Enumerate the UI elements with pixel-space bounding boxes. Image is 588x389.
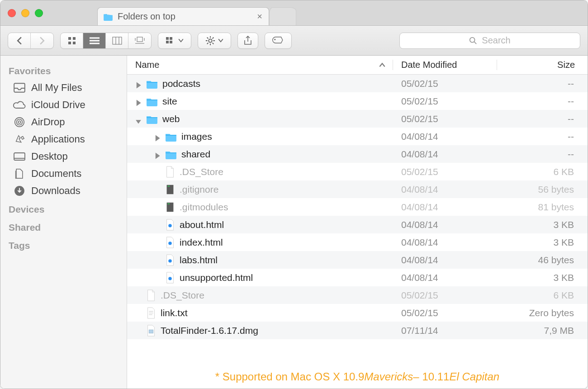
tab-close-icon[interactable]: × <box>257 11 262 22</box>
airdrop-icon <box>13 117 26 128</box>
column-name[interactable]: Name <box>127 60 393 70</box>
view-icons-button[interactable] <box>61 33 83 48</box>
file-size: -- <box>497 149 588 160</box>
exec-icon <box>165 201 175 213</box>
folder-icon <box>165 132 177 142</box>
column-size[interactable]: Size <box>497 60 588 70</box>
svg-rect-0 <box>68 37 71 40</box>
file-size: Zero bytes <box>497 308 588 318</box>
view-coverflow-button[interactable] <box>128 33 151 48</box>
folder-icon <box>146 79 158 89</box>
file-date: 05/02/15 <box>393 78 497 89</box>
view-mode-segment <box>60 33 152 49</box>
tray-icon <box>13 82 26 93</box>
share-button[interactable] <box>237 33 258 49</box>
action-menu[interactable] <box>198 33 231 49</box>
back-button[interactable] <box>8 33 31 48</box>
disclosure-spacer <box>154 257 161 263</box>
file-row[interactable]: .gitignore 04/08/14 56 bytes <box>127 180 588 198</box>
file-row[interactable]: about.html 04/08/14 3 KB <box>127 216 588 233</box>
disclosure-spacer <box>154 204 161 210</box>
file-listing: Name Date Modified Size podcasts 05/02/1… <box>127 56 588 389</box>
sidebar-item-icloud-drive[interactable]: iCloud Drive <box>0 96 127 114</box>
file-name: .gitignore <box>180 184 218 195</box>
view-list-button[interactable] <box>83 33 106 48</box>
file-size: 6 KB <box>497 166 588 177</box>
html-icon <box>165 219 175 231</box>
forward-button[interactable] <box>31 33 53 48</box>
html-icon <box>165 254 175 266</box>
file-name: .gitmodules <box>180 202 228 213</box>
search-field[interactable]: Search <box>399 33 580 49</box>
sidebar-item-documents[interactable]: Documents <box>0 165 127 182</box>
folder-icon <box>165 149 177 159</box>
file-row[interactable]: shared 04/08/14 -- <box>127 145 588 163</box>
disclosure-triangle-icon[interactable] <box>154 133 161 140</box>
disclosure-spacer <box>135 292 142 299</box>
file-row[interactable]: podcasts 05/02/15 -- <box>127 75 588 92</box>
html-icon <box>165 237 175 248</box>
disclosure-triangle-icon[interactable] <box>135 81 142 87</box>
sidebar-item-downloads[interactable]: Downloads <box>0 182 127 199</box>
zoom-window-button[interactable] <box>35 9 43 17</box>
svg-rect-14 <box>166 37 169 40</box>
sidebar-item-label: Downloads <box>31 185 81 197</box>
sidebar-section-header: Favorites <box>0 61 127 79</box>
file-row[interactable]: site 05/02/15 -- <box>127 92 588 110</box>
view-columns-button[interactable] <box>106 33 128 48</box>
disclosure-triangle-icon[interactable] <box>135 116 142 122</box>
svg-rect-6 <box>90 43 100 44</box>
search-icon <box>469 37 477 45</box>
file-size: 7,9 MB <box>497 325 588 336</box>
svg-point-27 <box>274 38 275 40</box>
column-date[interactable]: Date Modified <box>393 60 497 70</box>
disclosure-triangle-icon[interactable] <box>154 151 161 157</box>
tab-active[interactable]: Folders on top × <box>97 7 269 25</box>
file-row[interactable]: link.txt 05/02/15 Zero bytes <box>127 304 588 322</box>
file-date: 04/08/14 <box>393 149 497 160</box>
svg-rect-10 <box>137 37 142 42</box>
arrange-menu[interactable] <box>158 33 191 49</box>
file-row[interactable]: unsupported.html 04/08/14 3 KB <box>127 269 588 286</box>
column-headers: Name Date Modified Size <box>127 56 588 75</box>
documents-icon <box>13 168 26 179</box>
file-row[interactable]: index.html 04/08/14 3 KB <box>127 233 588 251</box>
file-row[interactable]: images 04/08/14 -- <box>127 128 588 145</box>
sidebar-item-label: iCloud Drive <box>31 99 85 111</box>
file-row[interactable]: .DS_Store 05/02/15 6 KB <box>127 163 588 180</box>
svg-line-23 <box>207 37 209 38</box>
file-name: index.html <box>180 237 223 248</box>
svg-rect-1 <box>73 37 76 40</box>
svg-rect-4 <box>90 38 100 38</box>
sidebar-item-desktop[interactable]: Desktop <box>0 148 127 165</box>
file-date: 04/08/14 <box>393 202 497 213</box>
file-size: 3 KB <box>497 219 588 230</box>
svg-point-18 <box>209 39 212 42</box>
file-size: -- <box>497 78 588 89</box>
file-name: link.txt <box>161 308 188 318</box>
file-row[interactable]: TotalFinder-1.6.17.dmg 07/11/14 7,9 MB <box>127 322 588 339</box>
file-name: images <box>181 131 212 142</box>
file-row[interactable]: .gitmodules 04/08/14 81 bytes <box>127 198 588 216</box>
close-window-button[interactable] <box>8 9 16 17</box>
tags-button[interactable] <box>265 33 292 49</box>
file-row[interactable]: web 05/02/15 -- <box>127 110 588 128</box>
minimize-window-button[interactable] <box>21 9 29 17</box>
traffic-lights <box>8 9 43 17</box>
file-size: 81 bytes <box>497 202 588 213</box>
file-name: labs.html <box>180 255 218 266</box>
sidebar-item-all-my-files[interactable]: All My Files <box>0 79 127 96</box>
desktop-icon <box>13 151 26 162</box>
file-date: 04/08/14 <box>393 131 497 142</box>
svg-line-29 <box>474 42 477 44</box>
apps-icon <box>13 134 26 145</box>
file-row[interactable]: .DS_Store 05/02/15 6 KB <box>127 286 588 304</box>
file-row[interactable]: labs.html 04/08/14 46 bytes <box>127 251 588 269</box>
disclosure-triangle-icon[interactable] <box>135 98 142 104</box>
sidebar-item-applications[interactable]: Applications <box>0 131 127 148</box>
sidebar-item-airdrop[interactable]: AirDrop <box>0 114 127 131</box>
sidebar-item-label: Applications <box>31 133 85 145</box>
tab-new[interactable] <box>269 7 296 25</box>
file-name: .DS_Store <box>180 166 223 177</box>
exec-icon <box>165 184 175 195</box>
